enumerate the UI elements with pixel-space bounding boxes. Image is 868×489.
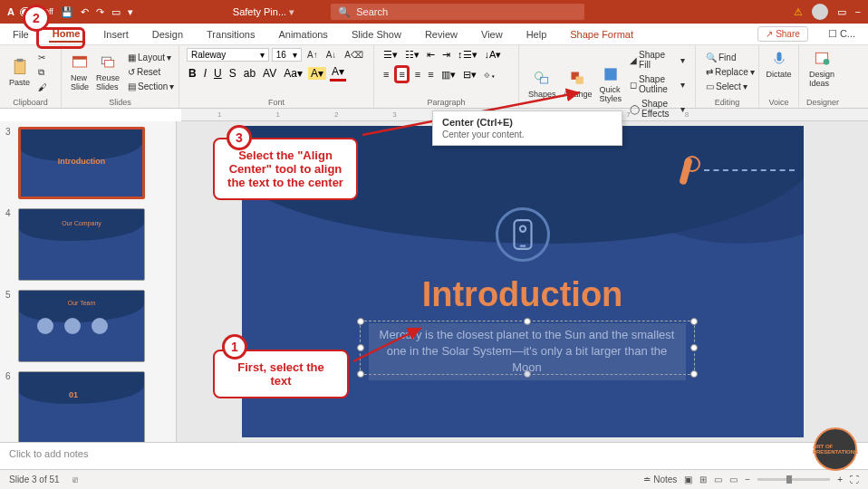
tooltip-title: Center (Ctrl+E) [442,117,612,128]
replace-button[interactable]: ⇄ Replace ▾ [703,65,751,79]
section-button[interactable]: ▤ Section ▾ [125,80,177,93]
svg-rect-5 [105,60,114,67]
tab-view[interactable]: View [477,27,506,42]
tab-help[interactable]: Help [523,27,551,42]
bold-button[interactable]: B [187,66,198,81]
dictate-button[interactable]: Dictate [767,48,791,96]
strikethrough-button[interactable]: S [227,66,238,81]
shadow-button[interactable]: ab [242,66,257,81]
group-slides-label: Slides [69,98,171,107]
slide-title[interactable]: Introduction [242,275,804,314]
shapes-button[interactable]: Shapes [526,68,558,101]
zoom-slider[interactable] [757,478,830,481]
line-spacing-button[interactable]: ↕☰▾ [456,48,479,62]
tooltip-body: Center your content. [442,129,612,139]
font-color-button[interactable]: A▾ [330,64,346,82]
tab-design[interactable]: Design [149,27,187,42]
account-icon[interactable] [812,4,828,20]
quick-styles-button[interactable]: Quick Styles [598,63,624,105]
ribbon-display-icon[interactable]: ▭ [837,6,846,18]
indent-left-button[interactable]: ⇤ [425,48,437,62]
group-voice-label: Voice [767,98,791,107]
share-button[interactable]: ↗ Share [757,26,808,42]
reset-button[interactable]: ↺ Reset [125,65,177,79]
select-button[interactable]: ▭ Select ▾ [703,80,751,93]
search-input[interactable]: 🔍 Search [331,4,584,20]
lang-indicator[interactable]: ⎚ [72,475,78,484]
start-icon[interactable]: ▭ [111,6,121,18]
shape-fill-button[interactable]: ◢ Shape Fill ▾ [627,48,688,72]
svg-point-15 [519,226,525,232]
view-slideshow-icon[interactable]: ▭ [729,475,738,484]
shape-effects-button[interactable]: ◯ Shape Effects ▾ [627,97,688,120]
design-ideas-button[interactable]: Design Ideas [806,48,837,96]
thumb-number: 3 [5,127,14,199]
layout-button[interactable]: ▦ Layout ▾ [125,51,177,64]
notes-pane[interactable]: Click to add notes [0,442,868,469]
zoom-in-icon[interactable]: + [837,475,843,484]
redo-icon[interactable]: ↷ [96,6,104,18]
ribbon: Paste ✂ ⧉ 🖌 Clipboard New Slide Reuse Sl… [0,45,868,109]
find-button[interactable]: 🔍 Find [703,51,751,64]
grow-font-button[interactable]: A↑ [304,48,321,62]
save-icon[interactable]: 💾 [61,6,73,18]
bullets-button[interactable]: ☰▾ [381,48,400,62]
cut-button[interactable]: ✂ [35,51,50,64]
slide-body-text[interactable]: Mercury is the closest planet to the Sun… [369,323,686,380]
thumbnail-panel[interactable]: 3Introduction 4Our Company 5Our Team 601… [0,121,177,442]
paste-button[interactable]: Paste [7,56,32,89]
copy-button[interactable]: ⧉ [35,65,50,80]
tab-review[interactable]: Review [421,27,461,42]
slide-thumb-3[interactable]: Introduction [18,127,145,199]
undo-icon[interactable]: ↶ [81,6,89,18]
spacing-button[interactable]: AV [261,66,278,81]
new-slide-button[interactable]: New Slide [69,52,91,93]
slide-thumb-6[interactable]: 01 [18,371,145,442]
canvas-area: Introduction Mercury is the closest plan… [177,121,868,442]
thumb-number: 5 [5,290,14,362]
change-case-button[interactable]: Aa▾ [282,66,304,81]
clear-format-button[interactable]: A⌫ [342,48,366,62]
shape-outline-button[interactable]: ◻ Shape Outline ▾ [627,72,688,96]
tab-slideshow[interactable]: Slide Show [348,27,405,42]
align-text-button[interactable]: ⊟▾ [461,68,478,82]
smartart-button[interactable]: ⟐▾ [482,68,498,81]
comments-button[interactable]: ☐ C... [825,26,859,42]
slide-thumb-4[interactable]: Our Company [18,208,145,281]
reuse-slides-button[interactable]: Reuse Slides [94,52,121,93]
group-font-label: Font [187,98,366,107]
italic-button[interactable]: I [202,66,208,81]
tab-transitions[interactable]: Transitions [203,27,258,42]
align-right-button[interactable]: ≡ [413,68,422,81]
format-painter-button[interactable]: 🖌 [35,81,50,94]
document-title: Safety Pin... ▾ [233,6,294,18]
view-sorter-icon[interactable]: ⊞ [699,475,707,484]
group-paragraph-label: Paragraph [381,98,511,107]
font-name-select[interactable]: Raleway ▾ [187,48,269,62]
align-center-button[interactable]: ≡ [394,65,409,83]
svg-point-13 [824,59,830,65]
notes-button[interactable]: ≐ Notes [643,475,677,484]
shrink-font-button[interactable]: A↓ [323,48,340,62]
view-reading-icon[interactable]: ▭ [714,475,722,484]
tab-animations[interactable]: Animations [275,27,331,42]
numbering-button[interactable]: ☷▾ [403,48,421,62]
tab-shape-format[interactable]: Shape Format [566,27,637,42]
warning-icon[interactable]: ⚠ [794,6,803,18]
slide-thumb-5[interactable]: Our Team [18,290,145,362]
more-icon[interactable]: ▾ [128,6,133,18]
highlight-button[interactable]: A▾ [308,67,326,80]
tab-insert[interactable]: Insert [100,27,132,42]
justify-button[interactable]: ≡ [426,68,435,81]
fit-window-icon[interactable]: ⛶ [850,475,859,484]
underline-button[interactable]: U [212,66,224,81]
zoom-out-icon[interactable]: − [745,475,750,484]
columns-button[interactable]: ▥▾ [439,68,458,82]
align-left-button[interactable]: ≡ [381,68,391,81]
text-direction-button[interactable]: ↓A▾ [483,48,504,62]
view-normal-icon[interactable]: ▣ [684,475,692,484]
arrange-button[interactable]: Arrange [562,68,594,101]
minimize-icon[interactable]: − [855,6,861,17]
indent-right-button[interactable]: ⇥ [440,48,452,62]
font-size-select[interactable]: 16 ▾ [272,48,302,62]
